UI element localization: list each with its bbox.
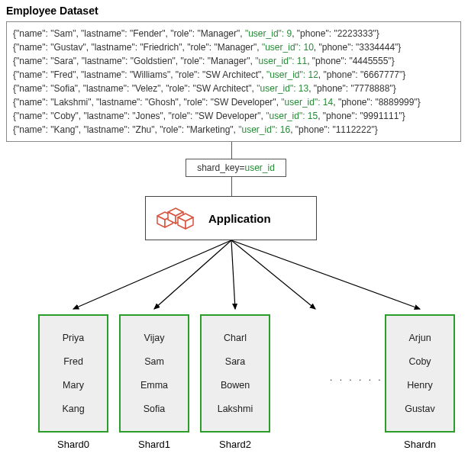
shard-item: Lakshmi [218, 404, 253, 414]
svg-line-2 [231, 240, 235, 309]
application-box: Application [145, 196, 317, 240]
dataset-record: {"name": "Sara", "lastname": "Goldstien"… [13, 54, 454, 68]
shard-key-label: shard_key= [197, 162, 244, 173]
shard-item: Charl [224, 333, 247, 343]
shard-2: CharlSaraBowenLakshmi Shard2 [200, 314, 270, 450]
shard-item: Priya [63, 333, 84, 343]
shard-item: Arjun [408, 333, 431, 343]
shard-n: ArjunCobyHenryGustav Shardn [385, 314, 455, 450]
shard-item: Sam [144, 356, 164, 367]
shard-item: Sofia [144, 404, 166, 414]
shard-label: Shard0 [38, 439, 108, 450]
shard-item: Vijay [144, 333, 165, 343]
shard-box: ArjunCobyHenryGustav [385, 314, 455, 433]
shard-1: VijaySamEmmaSofia Shard1 [119, 314, 189, 450]
shard-key-box: shard_key=user_id [186, 159, 286, 177]
shard-key-value: user_id [245, 162, 275, 173]
dataset-box: {"name": "Sam", "lastname": "Fender", "r… [6, 21, 461, 142]
dataset-record: {"name": "Kang", "lastname": "Zhu", "rol… [13, 123, 454, 137]
connector-line [231, 142, 232, 159]
shard-item: Gustav [405, 404, 435, 414]
shard-box: VijaySamEmmaSofia [119, 314, 189, 433]
dataset-record: {"name": "Sofia", "lastname": "Velez", "… [13, 82, 454, 95]
shard-item: Henry [407, 380, 432, 391]
shard-0: PriyaFredMaryKang Shard0 [38, 314, 108, 450]
distribution-arrows [0, 240, 468, 317]
shard-label: Shard2 [200, 439, 270, 450]
svg-line-3 [231, 240, 315, 309]
shard-item: Sara [225, 356, 245, 367]
shard-label: Shardn [385, 439, 455, 450]
dataset-title: Employee Dataset [6, 5, 98, 17]
shard-item: Bowen [221, 380, 250, 391]
dataset-record: {"name": "Lakshmi", "lastname": "Ghosh",… [13, 95, 454, 109]
shard-item: Coby [408, 356, 431, 367]
application-label: Application [208, 212, 271, 225]
connector-line [231, 177, 232, 196]
shard-item: Emma [140, 380, 168, 391]
shard-item: Kang [62, 404, 84, 414]
dataset-record: {"name": "Fred", "lastname": "Williams",… [13, 68, 454, 82]
shard-box: CharlSaraBowenLakshmi [200, 314, 270, 433]
shard-label: Shard1 [119, 439, 189, 450]
cubes-icon [152, 201, 198, 235]
dataset-record: {"name": "Gustav", "lastname": "Friedric… [13, 40, 454, 54]
shard-box: PriyaFredMaryKang [38, 314, 108, 433]
shard-item: Mary [63, 380, 84, 391]
dataset-record: {"name": "Sam", "lastname": "Fender", "r… [13, 27, 454, 40]
dataset-record: {"name": "Coby", "lastname": "Jones", "r… [13, 109, 454, 123]
svg-line-0 [73, 240, 231, 309]
shard-item: Fred [63, 356, 83, 367]
svg-line-4 [231, 240, 420, 309]
svg-line-1 [154, 240, 231, 309]
